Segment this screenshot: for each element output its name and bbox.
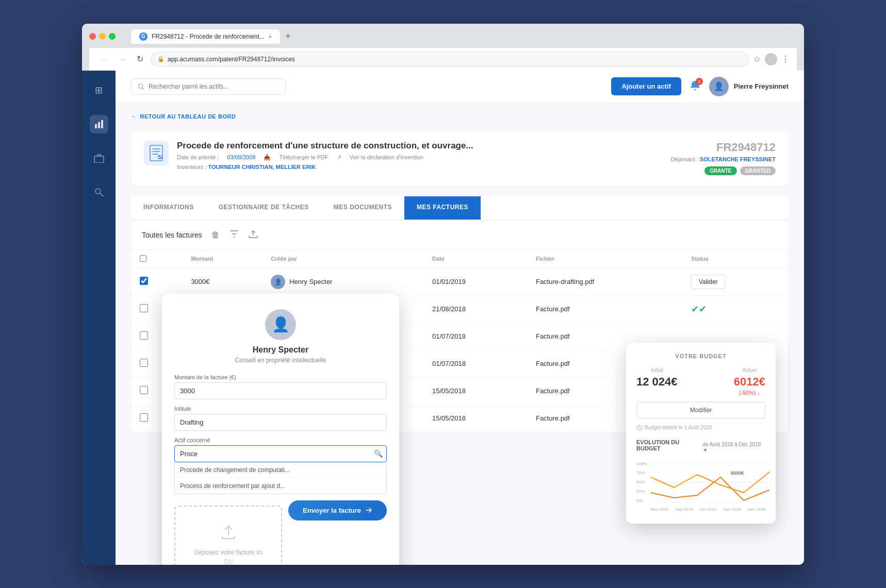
- clock-icon: [636, 425, 643, 431]
- maximize-traffic-light[interactable]: [109, 33, 116, 40]
- budget-initial-amount: 12 024€: [636, 375, 678, 389]
- bookmark-icon[interactable]: ☆: [753, 54, 761, 64]
- intitule-group: Intitulé: [174, 406, 387, 431]
- send-icon: [365, 507, 372, 514]
- budget-modifier-btn[interactable]: Modifier: [636, 402, 765, 418]
- view-declaration-link[interactable]: Voir la déclaration d'invention: [350, 154, 423, 161]
- send-invoice-button[interactable]: Envoyer la facture: [288, 500, 387, 520]
- app-header: Ajouter un actif 1 👤 Pierre Freysinnet: [116, 71, 804, 103]
- patent-header: Procede de renforcement d'une structure …: [131, 130, 789, 186]
- cell-date: 01/07/2018: [424, 323, 528, 350]
- main-content: Ajouter un actif 1 👤 Pierre Freysinnet: [116, 71, 804, 565]
- app-inner: ← RETOUR AU TABLEAU DE BORD: [116, 103, 804, 565]
- actif-result-1[interactable]: Procede de changement de computati...: [175, 462, 386, 478]
- minimize-traffic-light[interactable]: [99, 33, 106, 40]
- chart-x-labels: Aou 2018 Sep 2018 Oct 2018 Nov 2018 Déc …: [651, 507, 765, 512]
- row-checkbox[interactable]: [140, 304, 148, 312]
- lock-icon: 🔒: [157, 56, 165, 62]
- nav-right: ☆ ⋮: [753, 53, 790, 65]
- tab-factures[interactable]: MES FACTURES: [404, 196, 481, 220]
- montant-group: Montant de la facture (€): [174, 374, 387, 399]
- cell-fichier: Facture-drafting.pdf: [528, 268, 683, 295]
- more-options-icon[interactable]: ⋮: [781, 54, 790, 64]
- cell-montant: 3000€: [183, 268, 262, 295]
- checked-icon: ✔✔: [691, 304, 707, 314]
- select-all-checkbox[interactable]: [140, 255, 146, 262]
- row-checkbox[interactable]: [140, 331, 148, 340]
- form-user-avatar: 👤: [265, 309, 296, 340]
- priority-date[interactable]: 03/08/2009: [227, 154, 255, 161]
- row-checkbox[interactable]: [140, 359, 148, 367]
- budget-change: (-50%) ↓: [734, 390, 765, 396]
- intitule-label: Intitulé: [174, 406, 387, 412]
- user-profile[interactable]: 👤 Pierre Freysinnet: [709, 77, 789, 96]
- back-btn[interactable]: ←: [96, 54, 111, 65]
- tab-favicon: G: [139, 32, 147, 41]
- sidebar-item-home[interactable]: ⊞: [90, 81, 108, 99]
- deposant-name[interactable]: SOLETANCHE FREYSSINET: [700, 156, 776, 162]
- search-input[interactable]: [149, 83, 279, 90]
- inventors-label: Inventeurs :: [177, 164, 206, 170]
- col-status: Status: [683, 250, 788, 268]
- delete-icon[interactable]: 🗑: [210, 229, 221, 241]
- tab-close-btn[interactable]: ×: [269, 33, 272, 40]
- actif-search-input[interactable]: [174, 445, 387, 462]
- chart-y-labels: 100% 75% 50% 25% 0%: [636, 462, 651, 503]
- notification-button[interactable]: 1: [690, 80, 701, 93]
- cell-fichier: Facture.pdf: [528, 295, 683, 323]
- tab-bar: G FR2948712 - Procede de renforcement...…: [131, 29, 295, 44]
- patent-icon: [144, 141, 169, 165]
- sidebar-item-key[interactable]: [90, 183, 108, 201]
- budget-chart: 100% 75% 50% 25% 0%: [636, 462, 765, 513]
- budget-initial-label: Initial: [636, 367, 678, 373]
- tab-informations[interactable]: INFORMATIONS: [131, 196, 206, 220]
- drop-zone[interactable]: Déposez votre facture ici OU: [174, 506, 282, 565]
- address-bar[interactable]: 🔒 app.acumass.com/patent/FR2948712/invoi…: [151, 52, 749, 66]
- sidebar: ⊞: [82, 71, 116, 565]
- user-name: Pierre Freysinnet: [734, 82, 789, 90]
- table-row: 3000€👤Henry Specter01/01/2019Facture-dra…: [132, 268, 788, 295]
- badge-grante: GRANTE: [704, 166, 736, 175]
- patent-right: FR2948712 Déposant : SOLETANCHE FREYSSIN…: [671, 141, 776, 175]
- svg-rect-3: [94, 156, 104, 163]
- actif-search-wrap: 🔍: [174, 445, 387, 462]
- tab-gestionnaire[interactable]: GESTIONNAIRE DE TÂCHES: [206, 196, 321, 220]
- upload-icon[interactable]: [248, 229, 259, 241]
- close-traffic-light[interactable]: [89, 33, 96, 40]
- sidebar-item-briefcase[interactable]: [90, 149, 108, 167]
- new-tab-btn[interactable]: +: [281, 29, 295, 44]
- inventors-names[interactable]: TOURNEUR CHRISTIAN, MELLIER ERIK: [208, 164, 316, 170]
- actif-group: Actif concerné 🔍 Procede de changement d…: [174, 437, 387, 494]
- filter-icon[interactable]: [229, 229, 239, 241]
- budget-amounts-row: Initial 12 024€ Actuel 6012€ (-50%) ↓: [636, 367, 765, 396]
- row-checkbox[interactable]: [140, 413, 148, 422]
- valider-btn[interactable]: Valider: [691, 275, 725, 289]
- sidebar-item-chart[interactable]: [90, 115, 108, 133]
- evolution-header: EVOLUTION DU BUDGET de Août 2018 à Déc 2…: [636, 439, 765, 456]
- search-box[interactable]: [131, 78, 286, 95]
- browser-tab[interactable]: G FR2948712 - Procede de renforcement...…: [131, 29, 280, 44]
- cell-date: 15/05/2018: [424, 405, 528, 432]
- invoices-title: Toutes les factures: [142, 231, 202, 239]
- actif-result-2[interactable]: Process de renforcement par ajout d...: [175, 478, 386, 494]
- header-right: Ajouter un actif 1 👤 Pierre Freysinnet: [611, 77, 789, 96]
- app-container: ⊞: [82, 71, 804, 565]
- patent-title: Procede de renforcement d'une structure …: [177, 141, 663, 151]
- row-checkbox[interactable]: [140, 386, 148, 394]
- montant-input[interactable]: [174, 382, 387, 399]
- tab-label: FR2948712 - Procede de renforcement...: [152, 33, 265, 40]
- forward-btn[interactable]: →: [115, 54, 129, 65]
- add-asset-button[interactable]: Ajouter un actif: [611, 77, 681, 95]
- col-date: Date: [424, 250, 528, 268]
- actif-dropdown: Procede de changement de computati... Pr…: [174, 462, 387, 494]
- tabs-bar: INFORMATIONS GESTIONNAIRE DE TÂCHES MES …: [131, 196, 789, 220]
- intitule-input[interactable]: [174, 414, 387, 431]
- download-pdf-link[interactable]: Télécharger le PDF: [279, 154, 328, 161]
- row-checkbox[interactable]: [140, 277, 148, 285]
- reload-btn[interactable]: ↻: [134, 53, 146, 65]
- tab-documents[interactable]: MES DOCUMENTS: [321, 196, 404, 220]
- breadcrumb[interactable]: ← RETOUR AU TABLEAU DE BORD: [131, 113, 789, 120]
- svg-rect-2: [101, 120, 103, 128]
- budget-current-label: Actuel: [734, 367, 765, 373]
- drop-or: OU: [186, 558, 271, 565]
